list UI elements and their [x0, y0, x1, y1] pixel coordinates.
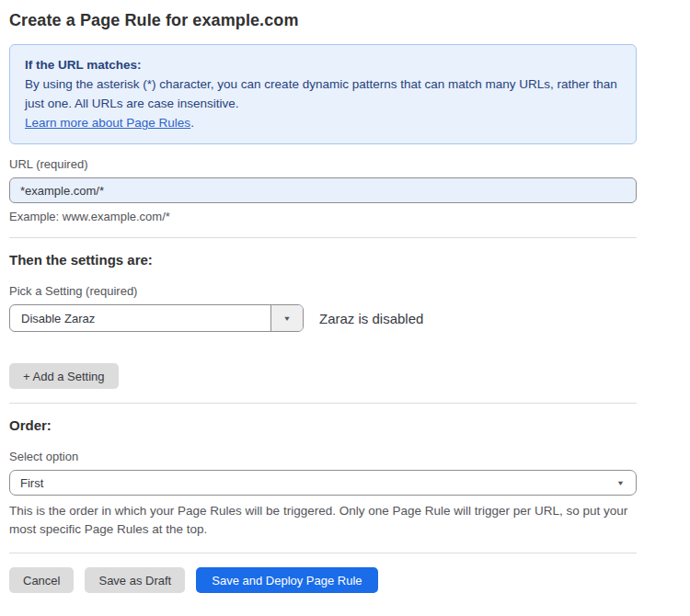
section-divider: [9, 237, 637, 238]
page-title: Create a Page Rule for example.com: [9, 11, 637, 30]
order-select-label: Select option: [9, 450, 637, 463]
url-match-info-box: If the URL matches: By using the asteris…: [9, 44, 637, 144]
order-select-value: First: [20, 476, 43, 490]
setting-select-row: Disable Zaraz ▼ Zaraz is disabled: [9, 304, 637, 332]
order-section-heading: Order:: [9, 417, 637, 433]
settings-section-heading: Then the settings are:: [9, 252, 637, 268]
create-page-rule-form: Create a Page Rule for example.com If th…: [0, 0, 637, 616]
section-divider: [9, 553, 637, 553]
link-suffix: .: [190, 116, 194, 130]
url-example-text: Example: www.example.com/*: [9, 210, 637, 223]
setting-select-value: Disable Zaraz: [10, 305, 270, 331]
info-box-link-line: Learn more about Page Rules.: [25, 113, 621, 132]
setting-select[interactable]: Disable Zaraz ▼: [9, 304, 304, 332]
url-input[interactable]: [9, 177, 637, 203]
info-box-heading: If the URL matches:: [25, 55, 621, 74]
pick-setting-label: Pick a Setting (required): [9, 284, 637, 298]
learn-more-link[interactable]: Learn more about Page Rules: [25, 116, 190, 130]
cancel-button[interactable]: Cancel: [9, 567, 74, 593]
save-deploy-button[interactable]: Save and Deploy Page Rule: [196, 567, 377, 593]
save-draft-button[interactable]: Save as Draft: [85, 567, 185, 593]
url-label: URL (required): [9, 157, 637, 171]
setting-status-text: Zaraz is disabled: [319, 311, 423, 326]
form-actions: Cancel Save as Draft Save and Deploy Pag…: [9, 567, 637, 616]
add-setting-button[interactable]: + Add a Setting: [9, 363, 119, 389]
setting-select-arrow-button[interactable]: ▼: [270, 305, 303, 331]
chevron-down-icon: ▼: [283, 314, 292, 322]
chevron-down-icon: ▼: [616, 479, 625, 486]
order-help-text: This is the order in which your Page Rul…: [9, 502, 637, 539]
section-divider: [9, 403, 637, 404]
info-box-body: By using the asterisk (*) character, you…: [25, 74, 621, 113]
order-select[interactable]: First ▼: [9, 470, 637, 496]
